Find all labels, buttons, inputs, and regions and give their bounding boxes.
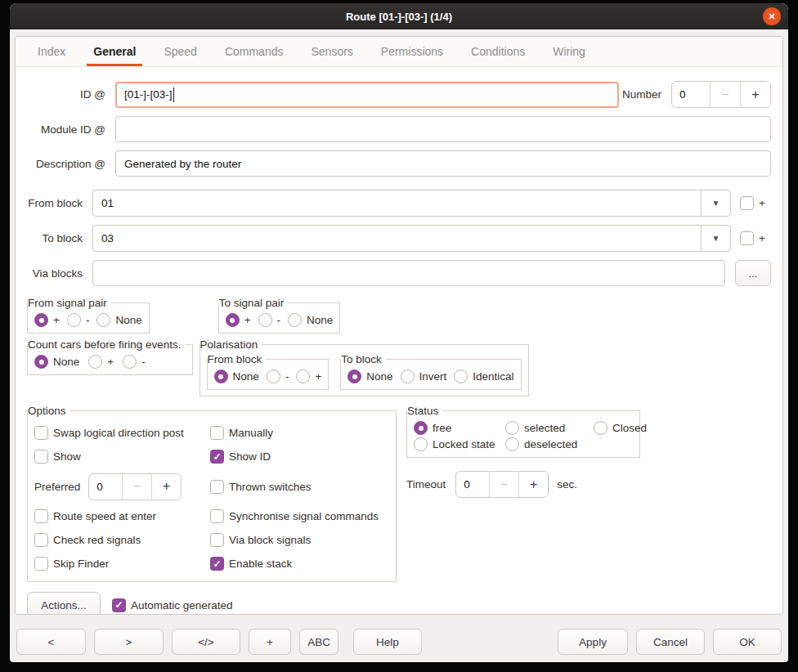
from-signal-none-radio[interactable] — [96, 313, 110, 327]
window-title: Route [01-]-[03-] (1/4) — [346, 11, 452, 23]
preferred-minus-button[interactable]: − — [122, 474, 151, 500]
preferred-label: Preferred — [34, 481, 80, 493]
via-block-signals-checkbox[interactable]: ✓ — [210, 533, 224, 547]
to-block-label: To block — [27, 232, 83, 244]
timeout-minus-button[interactable]: − — [489, 472, 518, 497]
preferred-spinner: 0 − + — [88, 473, 182, 500]
notebook-panel: Index General Speed Commands Sensors Per… — [15, 36, 783, 615]
tab-conditions[interactable]: Conditions — [457, 37, 539, 66]
id-input[interactable]: [01-]-[03-] — [115, 82, 619, 108]
chevron-down-icon[interactable]: ▼ — [701, 190, 730, 216]
to-signal-minus-radio[interactable] — [258, 313, 272, 327]
polarisation-to-invert-radio[interactable] — [401, 370, 415, 383]
number-minus-button[interactable]: − — [710, 82, 740, 107]
to-block-combobox[interactable]: 03 ▼ — [92, 225, 731, 252]
to-signal-plus-radio[interactable] — [226, 313, 240, 327]
number-spinner: 0 − + — [671, 81, 771, 108]
help-button[interactable]: Help — [353, 629, 422, 655]
polarisation-to-block-legend: To block — [341, 353, 386, 365]
preferred-spinner-value[interactable]: 0 — [89, 474, 122, 500]
timeout-suffix: sec. — [557, 478, 577, 491]
timeout-spinner-value[interactable]: 0 — [456, 472, 489, 497]
polarisation-from-none-radio[interactable] — [214, 370, 228, 383]
timeout-plus-button[interactable]: + — [518, 472, 548, 497]
module-id-input[interactable] — [115, 116, 771, 142]
text-caret — [173, 87, 174, 102]
automatic-generated-checkbox[interactable]: ✓ — [112, 598, 126, 612]
to-signal-none-radio[interactable] — [288, 313, 302, 327]
options-frame: Options ✓Swap logical direction post ✓Ma… — [27, 405, 397, 582]
swap-logical-direction-checkbox[interactable]: ✓ — [34, 426, 48, 440]
cancel-button[interactable]: Cancel — [636, 629, 705, 655]
check-red-signals-checkbox[interactable]: ✓ — [34, 533, 48, 547]
tab-speed[interactable]: Speed — [150, 37, 210, 66]
from-signal-pair-legend: From signal pair — [28, 297, 111, 309]
status-deselected-radio[interactable] — [505, 437, 519, 451]
manually-checkbox[interactable]: ✓ — [210, 426, 224, 440]
polarisation-legend: Polarisation — [200, 338, 262, 351]
via-blocks-input[interactable] — [92, 260, 725, 286]
tab-general[interactable]: General — [79, 37, 150, 66]
thrown-switches-checkbox[interactable]: ✓ — [210, 480, 224, 494]
polarisation-to-identical-radio[interactable] — [454, 370, 468, 383]
options-legend: Options — [28, 405, 70, 417]
polarisation-from-block-frame: From block None - + — [207, 353, 330, 390]
show-id-checkbox[interactable]: ✓ — [210, 450, 224, 464]
status-selected-radio[interactable] — [505, 421, 519, 435]
number-spinner-value[interactable]: 0 — [672, 82, 710, 107]
status-free-radio[interactable] — [414, 421, 428, 435]
tab-wiring[interactable]: Wiring — [539, 37, 599, 66]
general-tab-content: ID @ [01-]-[03-] Number 0 − + Module ID … — [16, 67, 782, 615]
from-block-combobox[interactable]: 01 ▼ — [92, 190, 731, 217]
add-button[interactable]: + — [249, 629, 291, 655]
polarisation-from-plus-radio[interactable] — [296, 370, 310, 383]
module-id-label: Module ID @ — [27, 123, 105, 136]
skip-finder-checkbox[interactable]: ✓ — [34, 557, 48, 571]
xml-button[interactable]: </> — [172, 629, 240, 655]
status-locked-state-radio[interactable] — [414, 437, 428, 451]
tab-bar: Index General Speed Commands Sensors Per… — [16, 37, 782, 67]
tab-sensors[interactable]: Sensors — [297, 37, 366, 66]
route-dialog-window: Route [01-]-[03-] (1/4) ✕ Index General … — [10, 3, 788, 662]
enable-stack-checkbox[interactable]: ✓ — [210, 557, 224, 571]
from-block-add-checkbox[interactable]: ✓ — [740, 196, 754, 210]
status-legend: Status — [407, 405, 442, 417]
description-label: Description @ — [27, 158, 105, 170]
chevron-down-icon[interactable]: ▼ — [701, 226, 730, 251]
timeout-spinner: 0 − + — [455, 471, 549, 498]
from-signal-minus-radio[interactable] — [67, 313, 81, 327]
count-cars-minus-radio[interactable] — [123, 355, 137, 369]
synchronise-signal-commands-checkbox[interactable]: ✓ — [210, 509, 224, 523]
polarisation-to-block-frame: To block None Invert Identical — [340, 353, 521, 390]
timeout-label: Timeout — [406, 478, 446, 491]
route-speed-at-enter-checkbox[interactable]: ✓ — [34, 509, 48, 523]
show-checkbox[interactable]: ✓ — [34, 450, 48, 464]
description-input[interactable]: Generated by the router — [115, 150, 771, 177]
close-icon[interactable]: ✕ — [763, 7, 781, 25]
automatic-generated-label: Automatic generated — [131, 599, 233, 612]
apply-button[interactable]: Apply — [558, 629, 628, 655]
previous-button[interactable]: < — [16, 629, 86, 655]
abc-button[interactable]: ABC — [299, 629, 338, 655]
to-block-add-checkbox[interactable]: ✓ — [740, 231, 754, 245]
from-signal-plus-radio[interactable] — [34, 313, 48, 327]
titlebar[interactable]: Route [01-]-[03-] (1/4) ✕ — [10, 3, 788, 29]
polarisation-from-block-legend: From block — [208, 353, 267, 365]
count-cars-none-radio[interactable] — [34, 355, 48, 369]
actions-button[interactable]: Actions... — [27, 592, 101, 615]
ok-button[interactable]: OK — [713, 629, 782, 655]
via-blocks-browse-button[interactable]: ... — [735, 260, 771, 286]
tab-index[interactable]: Index — [24, 37, 79, 66]
polarisation-to-none-radio[interactable] — [347, 370, 361, 383]
polarisation-frame: Polarisation From block None - + To bloc… — [200, 338, 529, 396]
next-button[interactable]: > — [94, 629, 164, 655]
polarisation-from-minus-radio[interactable] — [267, 370, 280, 383]
preferred-plus-button[interactable]: + — [151, 474, 181, 500]
count-cars-plus-radio[interactable] — [88, 355, 102, 369]
id-label: ID @ — [27, 88, 105, 101]
status-closed-radio[interactable] — [594, 421, 607, 435]
status-frame: Status free selected Closed Locked state… — [406, 405, 640, 458]
tab-commands[interactable]: Commands — [211, 37, 298, 66]
tab-permissions[interactable]: Permissions — [367, 37, 457, 66]
number-plus-button[interactable]: + — [740, 82, 770, 107]
